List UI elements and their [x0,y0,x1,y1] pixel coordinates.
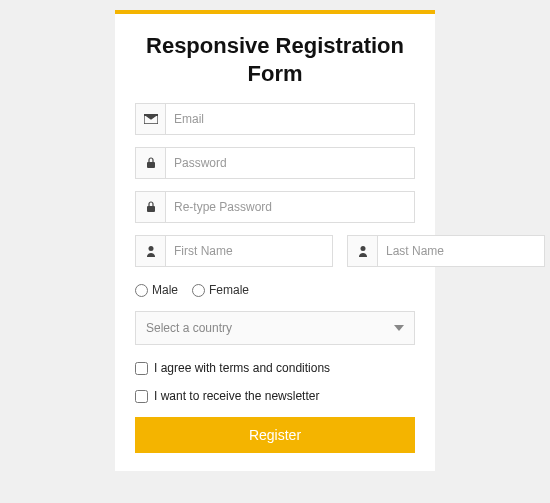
terms-checkbox[interactable] [135,362,148,375]
radio-female-input[interactable] [192,284,205,297]
email-group [135,103,415,135]
name-row [135,235,415,267]
terms-label: I agree with terms and conditions [154,361,330,375]
envelope-icon [135,103,165,135]
chevron-down-icon [394,325,404,331]
firstname-group [135,235,333,267]
registration-form: Responsive Registration Form [115,10,435,471]
password-group [135,147,415,179]
newsletter-checkbox[interactable] [135,390,148,403]
svg-rect-1 [147,206,155,212]
lock-icon [135,147,165,179]
radio-female[interactable]: Female [192,283,249,297]
firstname-field[interactable] [165,235,333,267]
radio-male-input[interactable] [135,284,148,297]
lastname-field[interactable] [377,235,545,267]
svg-point-2 [148,246,153,251]
country-select-label: Select a country [146,321,232,335]
newsletter-label: I want to receive the newsletter [154,389,319,403]
user-icon [135,235,165,267]
user-icon [347,235,377,267]
register-button[interactable]: Register [135,417,415,453]
lock-icon [135,191,165,223]
svg-rect-0 [147,162,155,168]
radio-female-label: Female [209,283,249,297]
repassword-field[interactable] [165,191,415,223]
radio-male-label: Male [152,283,178,297]
country-select[interactable]: Select a country [135,311,415,345]
terms-checkbox-wrap[interactable]: I agree with terms and conditions [135,361,415,375]
email-field[interactable] [165,103,415,135]
newsletter-checkbox-wrap[interactable]: I want to receive the newsletter [135,389,415,403]
radio-male[interactable]: Male [135,283,178,297]
password-field[interactable] [165,147,415,179]
repassword-group [135,191,415,223]
svg-point-3 [360,246,365,251]
lastname-group [347,235,545,267]
gender-radio-group: Male Female [135,283,415,297]
country-select-wrap: Select a country [135,311,415,345]
page-title: Responsive Registration Form [135,14,415,103]
